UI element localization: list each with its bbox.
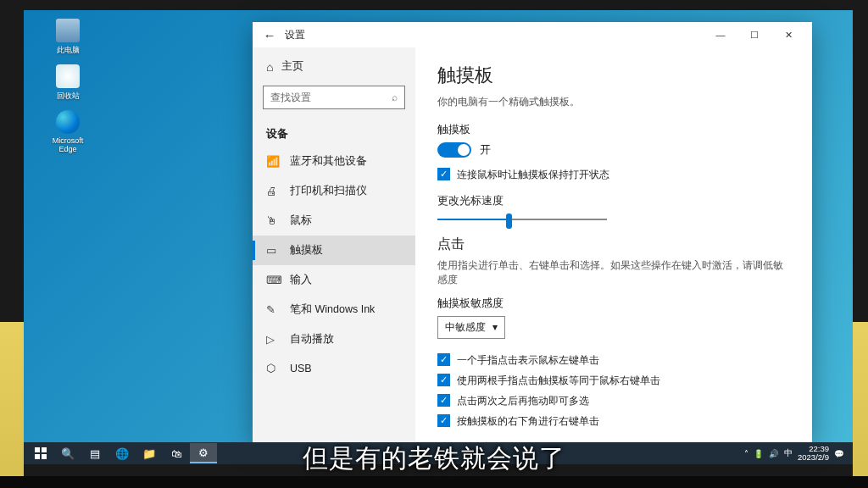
checkbox-label: 一个手指点击表示鼠标左键单击 (457, 353, 599, 368)
taps-heading: 点击 (437, 236, 790, 253)
nav-category: 设备 (253, 118, 415, 147)
settings-content: 触摸板 你的电脑有一个精确式触摸板。 触摸板 开 ✓ 连接鼠标时让触摸板保持打开… (415, 47, 812, 442)
nav-item-icon: ▭ (266, 244, 280, 257)
tray-volume-icon[interactable]: 🔊 (769, 449, 779, 458)
sensitivity-label: 触摸板敏感度 (437, 297, 790, 311)
nav-item[interactable]: 📶蓝牙和其他设备 (253, 147, 415, 176)
nav-item-label: 打印机和扫描仪 (290, 184, 367, 198)
nav-item-icon: 🖱 (266, 214, 280, 227)
checkbox-label: 按触摸板的右下角进行右键单击 (457, 414, 599, 429)
tray-notifications-icon[interactable]: 💬 (834, 449, 844, 458)
nav-item-label: 蓝牙和其他设备 (290, 154, 367, 169)
taskbar-edge[interactable]: 🌐 (108, 443, 136, 463)
svg-rect-1 (42, 447, 47, 452)
taskbar-explorer[interactable]: 📁 (136, 443, 163, 463)
nav-item[interactable]: 🖱鼠标 (253, 206, 415, 236)
svg-rect-3 (42, 454, 47, 459)
settings-search[interactable]: 查找设置 ⌕ (263, 86, 405, 109)
tray-ime-icon[interactable]: 中 (784, 448, 793, 459)
nav-item-label: 输入 (290, 273, 312, 287)
desktop-icon-this-pc[interactable]: 此电脑 (47, 19, 88, 56)
desk-edge (853, 322, 868, 488)
clock-date: 2023/2/9 (798, 453, 829, 462)
nav-item-icon: ▷ (266, 333, 280, 346)
windows-icon (35, 447, 47, 459)
maximize-button[interactable]: ☐ (737, 22, 771, 47)
svg-rect-0 (35, 447, 40, 452)
taskbar-taskview[interactable]: ▤ (81, 443, 108, 463)
page-title: 触摸板 (437, 63, 790, 88)
minimize-button[interactable]: — (704, 22, 737, 47)
taskbar-store[interactable]: 🛍 (163, 443, 190, 463)
nav-home-label: 主页 (281, 59, 303, 74)
checkbox-label: 使用两根手指点击触摸板等同于鼠标右键单击 (457, 374, 660, 388)
nav-item-icon: ⌨ (266, 274, 280, 286)
settings-nav: ⌂ 主页 查找设置 ⌕ 设备 📶蓝牙和其他设备🖨打印机和扫描仪🖱鼠标▭触摸板⌨输… (253, 47, 415, 442)
taskbar-clock[interactable]: 22:39 2023/2/9 (798, 445, 829, 462)
desk-edge (0, 322, 24, 488)
recycle-icon (56, 64, 80, 88)
touchpad-toggle[interactable] (437, 142, 471, 158)
nav-item-icon: 🖨 (266, 185, 280, 197)
nav-item-icon: ✎ (266, 303, 280, 316)
toggle-label: 触摸板 (437, 123, 790, 137)
sensitivity-dropdown[interactable]: 中敏感度 ▾ (437, 316, 505, 339)
checkbox[interactable]: ✓ (437, 353, 450, 366)
titlebar: ← 设置 — ☐ ✕ (253, 22, 812, 47)
checkbox[interactable]: ✓ (437, 414, 450, 427)
nav-item-label: 触摸板 (290, 243, 323, 258)
monitor-bezel-bottom (0, 476, 868, 488)
desktop-icon-recycle-bin[interactable]: 回收站 (47, 64, 88, 102)
toggle-state: 开 (480, 143, 491, 158)
nav-item[interactable]: ▷自动播放 (253, 324, 415, 354)
taskbar: 🔍 ▤ 🌐 📁 🛍 ⚙ ˄ 🔋 🔊 中 22:39 2023/2/9 💬 (24, 442, 853, 464)
nav-item[interactable]: 🖨打印机和扫描仪 (253, 176, 415, 206)
close-button[interactable]: ✕ (771, 22, 805, 47)
checkbox[interactable]: ✓ (437, 394, 450, 407)
start-button[interactable] (27, 443, 54, 463)
svg-rect-2 (35, 454, 40, 459)
nav-home[interactable]: ⌂ 主页 (253, 53, 415, 80)
slider-thumb[interactable] (506, 214, 512, 229)
page-subtitle: 你的电脑有一个精确式触摸板。 (437, 95, 790, 109)
search-placeholder: 查找设置 (270, 91, 311, 105)
desktop-icon-label: 回收站 (47, 91, 88, 102)
desktop-icon-label: Microsoft Edge (47, 136, 88, 153)
back-button[interactable]: ← (259, 28, 280, 42)
taskbar-settings[interactable]: ⚙ (190, 443, 217, 463)
taps-help: 使用指尖进行单击、右键单击和选择。如果这些操作在键入时激活，请调低敏感度 (437, 258, 790, 288)
nav-item-icon: ⬡ (266, 362, 280, 374)
tray-chevron-icon[interactable]: ˄ (744, 449, 748, 458)
nav-item[interactable]: ▭触摸板 (253, 236, 415, 265)
nav-item[interactable]: ⌨输入 (253, 265, 415, 295)
checkbox-label: 点击两次之后再拖动即可多选 (457, 394, 589, 408)
chevron-down-icon: ▾ (492, 321, 498, 333)
nav-item[interactable]: ⬡USB (253, 354, 415, 382)
nav-item-label: USB (290, 363, 312, 374)
dropdown-value: 中敏感度 (445, 320, 486, 335)
system-tray[interactable]: ˄ 🔋 🔊 中 22:39 2023/2/9 💬 (744, 445, 849, 462)
window-title: 设置 (285, 28, 305, 42)
checkbox-label: 连接鼠标时让触摸板保持打开状态 (457, 168, 609, 182)
desktop-icon-edge[interactable]: Microsoft Edge (47, 110, 88, 153)
nav-item-label: 笔和 Windows Ink (290, 302, 375, 317)
search-icon: ⌕ (392, 92, 398, 103)
taskbar-search[interactable]: 🔍 (54, 443, 81, 463)
tray-battery-icon[interactable]: 🔋 (754, 449, 764, 458)
cursor-speed-slider[interactable] (437, 219, 607, 220)
checkbox-keep-on-mouse[interactable]: ✓ (437, 168, 450, 180)
nav-item-label: 自动播放 (290, 332, 334, 347)
nav-item[interactable]: ✎笔和 Windows Ink (253, 295, 415, 324)
home-icon: ⌂ (266, 60, 273, 74)
settings-window: ← 设置 — ☐ ✕ ⌂ 主页 查找设置 ⌕ 设备 📶蓝牙和其他设备🖨打印机和扫… (253, 22, 812, 442)
nav-item-label: 鼠标 (290, 214, 312, 228)
desktop-screen: 此电脑 回收站 Microsoft Edge ← 设置 — ☐ ✕ ⌂ 主页 查… (24, 10, 853, 464)
checkbox[interactable]: ✓ (437, 374, 450, 386)
desktop-icon-label: 此电脑 (47, 45, 88, 56)
nav-item-icon: 📶 (266, 155, 280, 168)
cursor-speed-label: 更改光标速度 (437, 194, 790, 208)
edge-icon (56, 110, 80, 134)
pc-icon (56, 19, 80, 42)
